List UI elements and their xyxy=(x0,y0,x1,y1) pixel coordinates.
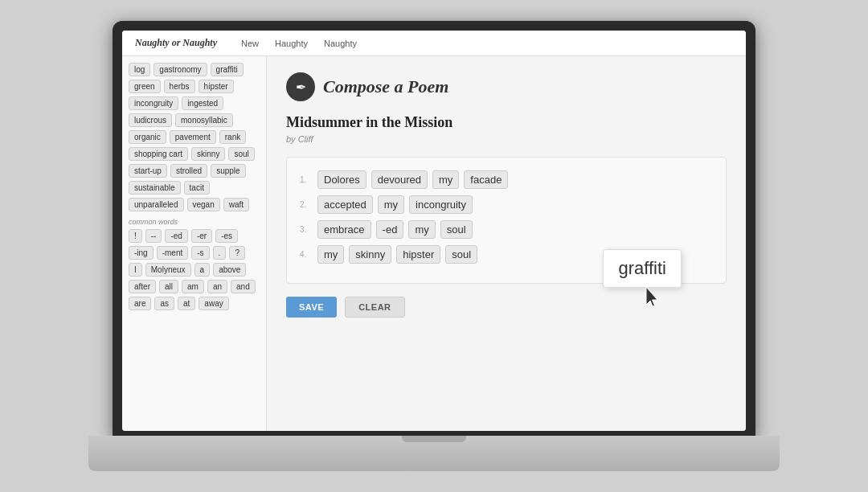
poem-word-tag[interactable]: accepted xyxy=(317,195,373,214)
sidebar-word-tag[interactable]: supple xyxy=(211,164,245,178)
floating-word-tooltip: graffiti xyxy=(603,249,682,288)
poem-word-tag[interactable]: soul xyxy=(445,245,477,264)
sidebar-word-tag[interactable]: tacit xyxy=(184,181,210,195)
common-word-tag[interactable]: -ed xyxy=(165,229,187,243)
nav-brand: Naughty or Naughty xyxy=(135,37,217,49)
common-word-tag[interactable]: away xyxy=(199,297,228,310)
poem-word-tag[interactable]: my xyxy=(378,195,404,214)
nav-link-naughty[interactable]: Naughty xyxy=(324,39,357,48)
common-word-tag[interactable]: ? xyxy=(229,246,245,260)
poem-word-tag[interactable]: skinny xyxy=(349,245,391,264)
common-word-tag[interactable]: -s xyxy=(191,246,209,260)
sidebar-word-tag[interactable]: rank xyxy=(219,130,246,144)
sidebar: loggastronomygraffitigreenherbshipsterin… xyxy=(122,56,267,431)
common-word-tag[interactable]: ! xyxy=(129,229,142,243)
line-number: 4. xyxy=(300,250,313,259)
nav-link-haughty[interactable]: Haughty xyxy=(275,39,308,48)
laptop-base xyxy=(88,436,780,471)
sidebar-word-tag[interactable]: green xyxy=(129,80,161,93)
sidebar-word-tag[interactable]: skinny xyxy=(191,147,225,161)
common-word-tag[interactable]: at xyxy=(178,297,195,310)
sidebar-word-tag[interactable]: pavement xyxy=(170,130,216,144)
poem-line: 3.embrace-edmysoul xyxy=(300,220,713,239)
poem-word-tag[interactable]: embrace xyxy=(317,220,371,239)
poem-word-tag[interactable]: my xyxy=(408,220,435,239)
sidebar-word-tag[interactable]: incongruity xyxy=(129,96,178,110)
common-word-tag[interactable]: a xyxy=(194,263,211,277)
sidebar-word-tag[interactable]: shopping cart xyxy=(129,147,188,161)
poem-line: 2.acceptedmyincongruity xyxy=(300,195,713,214)
sidebar-word-tag[interactable]: gastronomy xyxy=(154,63,207,76)
common-word-tag[interactable]: as xyxy=(154,297,174,310)
sidebar-word-tag[interactable]: ludicrous xyxy=(129,113,172,127)
sidebar-word-tag[interactable]: organic xyxy=(129,130,166,144)
laptop-screen: Naughty or Naughty New Haughty Naughty l… xyxy=(122,31,746,431)
common-words-label: common words xyxy=(129,218,260,226)
common-word-tag[interactable]: all xyxy=(159,280,178,293)
poem-word-tag[interactable]: soul xyxy=(440,220,473,239)
compose-icon: ✒ xyxy=(286,72,315,101)
line-number: 3. xyxy=(300,225,313,234)
nav-link-new[interactable]: New xyxy=(241,39,259,48)
common-word-tag[interactable]: I xyxy=(129,263,142,277)
sidebar-word-tag[interactable]: strolled xyxy=(170,164,207,178)
poem-title: Midsummer in the Mission xyxy=(286,114,727,131)
line-number: 2. xyxy=(300,200,313,209)
word-grid: loggastronomygraffitigreenherbshipsterin… xyxy=(129,63,260,211)
sidebar-word-tag[interactable]: sustainable xyxy=(129,181,181,195)
common-word-tag[interactable]: -- xyxy=(145,229,162,243)
common-word-tag[interactable]: are xyxy=(129,297,151,310)
common-word-grid: !---ed-er-es-ing-ment-s.?IMolyneuxaabove… xyxy=(129,229,260,310)
sidebar-word-tag[interactable]: log xyxy=(129,63,150,76)
sidebar-word-tag[interactable]: soul xyxy=(228,147,254,161)
common-word-tag[interactable]: above xyxy=(213,263,246,277)
sidebar-word-tag[interactable]: graffiti xyxy=(211,63,244,76)
poem-word-tag[interactable]: incongruity xyxy=(409,195,473,214)
common-word-tag[interactable]: -er xyxy=(191,229,212,243)
sidebar-word-tag[interactable]: waft xyxy=(223,198,249,211)
common-word-tag[interactable]: am xyxy=(182,280,204,293)
sidebar-word-tag[interactable]: vegan xyxy=(187,198,220,211)
poem-word-tag[interactable]: facade xyxy=(464,170,508,189)
top-nav: Naughty or Naughty New Haughty Naughty xyxy=(122,31,746,56)
common-word-tag[interactable]: and xyxy=(231,280,256,293)
poem-author: by Cliff xyxy=(286,134,727,144)
poem-word-tag[interactable]: hipster xyxy=(396,245,440,264)
common-word-tag[interactable]: after xyxy=(129,280,156,293)
clear-button[interactable]: CLEAR xyxy=(345,297,404,318)
main-content: ✒ Compose a Poem Midsummer in the Missio… xyxy=(267,56,746,431)
common-word-tag[interactable]: -ing xyxy=(129,246,154,260)
pen-icon: ✒ xyxy=(296,80,306,95)
poem-line: 1.Doloresdevouredmyfacade xyxy=(300,170,713,189)
app-container: Naughty or Naughty New Haughty Naughty l… xyxy=(122,31,746,431)
sidebar-word-tag[interactable]: hipster xyxy=(199,80,234,93)
common-word-tag[interactable]: Molyneux xyxy=(145,263,191,277)
save-button[interactable]: SAVE xyxy=(286,297,337,318)
poem-word-tag[interactable]: devoured xyxy=(371,170,428,189)
poem-word-tag[interactable]: my xyxy=(317,245,344,264)
common-word-tag[interactable]: an xyxy=(207,280,227,293)
main-body: loggastronomygraffitigreenherbshipsterin… xyxy=(122,56,746,431)
poem-word-tag[interactable]: -ed xyxy=(376,220,404,239)
common-word-tag[interactable]: -ment xyxy=(157,246,189,260)
poem-word-tag[interactable]: my xyxy=(432,170,459,189)
compose-header: ✒ Compose a Poem xyxy=(286,72,727,101)
laptop-wrapper: Naughty or Naughty New Haughty Naughty l… xyxy=(88,21,780,471)
cursor-icon xyxy=(643,285,665,316)
line-number: 1. xyxy=(300,175,313,184)
sidebar-word-tag[interactable]: start-up xyxy=(129,164,167,178)
common-word-tag[interactable]: . xyxy=(213,246,227,260)
screen-bezel: Naughty or Naughty New Haughty Naughty l… xyxy=(113,21,755,439)
poem-word-tag[interactable]: Dolores xyxy=(317,170,366,189)
sidebar-word-tag[interactable]: ingested xyxy=(182,96,223,110)
common-word-tag[interactable]: -es xyxy=(215,229,238,243)
sidebar-word-tag[interactable]: herbs xyxy=(164,80,195,93)
sidebar-word-tag[interactable]: unparalleled xyxy=(129,198,184,211)
sidebar-word-tag[interactable]: monosyllabic xyxy=(175,113,233,127)
compose-title: Compose a Poem xyxy=(323,76,448,97)
